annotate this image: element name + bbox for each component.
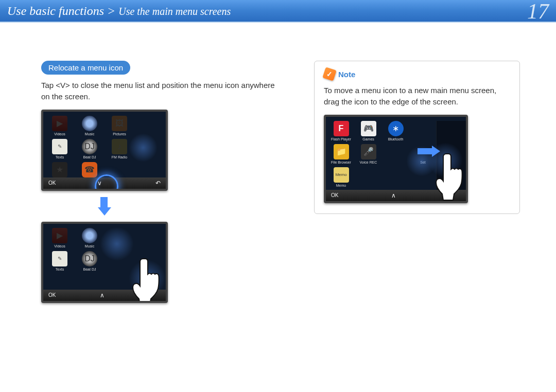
note-body-text: To move a menu icon to a new main menu s… [324,85,510,108]
app-label: Games [362,137,374,141]
breadcrumb-sub: Use the main menu screens [118,6,231,17]
app-icon [106,228,133,248]
app-icon-graphic: ▶ [52,116,67,131]
section-title-pill: Relocate a menu icon [41,61,130,75]
left-column: Relocate a menu icon Tap <V> to close th… [41,61,278,303]
app-icon: FFlash Player [329,121,353,141]
app-label: Beat DJ [83,155,96,159]
app-icon: Music [76,116,103,136]
app-icon-graphic: 🖼 [112,116,127,131]
breadcrumb-sep: > [104,4,118,17]
device-bottom-bar-note: OK ∧ [326,190,466,201]
app-icon-graphic: 🎮 [361,121,376,136]
app-label: Flash Player [331,137,351,141]
app-icon-graphic: DJ [82,251,97,266]
instruction-text: Tap <V> to close the menu list and posit… [41,80,278,102]
app-icon: DJBeat DJ [76,139,103,159]
app-icon [136,139,163,159]
app-icon-graphic: ♪ [112,139,127,154]
page-number: 17 [527,0,549,24]
app-label: Beat DJ [83,268,96,271]
app-icon-graphic: F [334,121,349,136]
app-icon-graphic [82,116,97,131]
page-header: Use basic functions > Use the main menu … [0,0,556,23]
app-icon: ✎Texts [46,139,73,159]
app-icon-graphic: Memo [334,167,349,183]
app-icon-graphic: 🎤 [361,144,376,159]
app-label: Pictures [113,132,126,136]
app-icon [136,116,163,136]
app-icon-graphic: ∗ [388,121,404,136]
chevron-up-icon: ∧ [391,192,396,199]
app-icon-graphic [82,228,97,243]
right-arrow-icon [418,146,441,157]
app-icon: 📁File Browser [329,144,353,164]
app-label: Bluetooth [388,137,404,141]
app-icon [136,228,163,248]
screens-sequence: ▶VideosMusic🖼Pictures✎TextsDJBeat DJ♪FM … [41,110,278,303]
ok-label: OK [331,192,338,198]
chevron-up-icon: ∧ [100,292,105,299]
app-icon [411,121,435,141]
device-screen-1: ▶VideosMusic🖼Pictures✎TextsDJBeat DJ♪FM … [41,110,168,191]
page-content: Relocate a menu icon Tap <V> to close th… [0,23,556,303]
app-icon: ✎Texts [46,251,73,271]
note-label: Note [338,70,355,79]
app-icon: ♪FM Radio [106,139,133,159]
app-label: Music [85,244,94,248]
device-bottom-bar-1: OK ∨ ↶ [43,177,166,189]
app-icon: ∗Bluetooth [384,121,408,141]
breadcrumb: Use basic functions > Use the main menu … [7,4,231,18]
breadcrumb-main: Use basic functions [7,4,104,17]
app-icon: ▶Videos [46,228,73,248]
app-icon [384,144,408,164]
app-icon: 🖼Pictures [106,116,133,136]
app-label: Music [85,132,94,136]
note-check-icon [322,67,337,81]
app-label: Texts [56,268,64,271]
app-icon-graphic: ★ [52,162,67,177]
app-icon-graphic: ✎ [52,251,67,266]
app-icon: MemoMemo [329,167,353,187]
app-grid-1: ▶VideosMusic🖼Pictures✎TextsDJBeat DJ♪FM … [43,112,166,182]
chevron-down-icon: ∨ [97,180,102,187]
app-icon-graphic: DJ [82,139,97,154]
app-icon: 🎤Voice REC [356,144,380,164]
app-icon [106,251,133,271]
note-box: Note To move a menu icon to a new main m… [314,61,520,214]
app-label: FM Radio [112,155,127,159]
app-icon-graphic: ▶ [52,228,67,243]
app-icon-graphic: ✎ [52,139,67,154]
app-label: Voice REC [360,161,377,164]
app-icon: ▶Videos [46,116,73,136]
app-grid-2: ▶VideosMusic✎TextsDJBeat DJ [43,224,166,271]
app-label: Memo [336,184,346,187]
app-icon-graphic: 📁 [334,144,349,159]
ok-label: OK [48,292,56,298]
device-bottom-bar-2: OK ∧ [43,290,166,301]
app-label: Videos [54,244,65,248]
ok-label: OK [48,180,56,186]
down-arrow-icon [98,197,110,216]
app-icon: DJBeat DJ [76,251,103,271]
app-label: Videos [54,132,65,136]
app-icon-graphic: ☎ [82,162,97,177]
app-label: Texts [56,155,64,159]
note-header: Note [324,68,510,80]
app-icon: 🎮Games [356,121,380,141]
app-icon: Music [76,228,103,248]
device-screen-note: FFlash Player🎮Games∗Bluetooth📁File Brows… [324,115,468,203]
device-screen-2: ▶VideosMusic✎TextsDJBeat DJ OK ∧ [41,222,168,303]
app-label: Set [420,161,426,164]
app-label: File Browser [331,161,351,164]
back-icon: ↶ [155,180,161,187]
